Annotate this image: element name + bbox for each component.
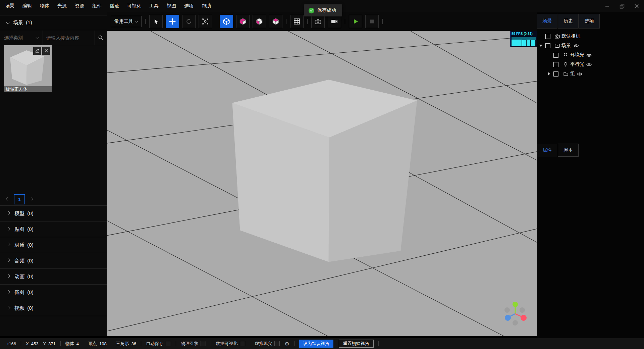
section-materials[interactable]: 材质 (0) (0, 237, 107, 253)
eye-icon[interactable] (577, 72, 582, 76)
view-cube-left-button[interactable] (253, 15, 266, 28)
eye-icon[interactable] (586, 53, 592, 57)
next-page-button[interactable] (28, 199, 35, 200)
cube-pink-top-left-icon (239, 17, 247, 26)
group-checkbox[interactable] (553, 71, 558, 77)
view-cube-wireframe-button[interactable] (220, 15, 233, 28)
menu-light[interactable]: 光源 (53, 0, 71, 12)
vertex-count: 顶点108 (88, 341, 107, 347)
autosave-checkbox[interactable] (166, 341, 171, 346)
dataviz-label: 数据可视化 (216, 341, 237, 347)
toolbar-divider (286, 19, 286, 24)
cube-object[interactable] (232, 80, 417, 262)
scene-thumbnail-card[interactable]: 旋转正方体 (4, 45, 52, 92)
fps-text: 59 FPS (0-61) (511, 31, 537, 36)
section-textures[interactable]: 贴图 (0) (0, 221, 107, 237)
eye-icon[interactable] (574, 44, 579, 48)
stop-button[interactable] (365, 15, 379, 28)
section-screenshots[interactable]: 截图 (0) (0, 285, 107, 300)
section-audio[interactable]: 音频 (0) (0, 253, 107, 269)
tree-row-ambient-light[interactable]: 环境光 (537, 50, 644, 60)
scene-section-header[interactable]: 场景 (1) (0, 15, 107, 30)
search-input[interactable] (43, 35, 95, 41)
grid-toggle-button[interactable] (290, 15, 304, 28)
ambient-light-checkbox[interactable] (553, 53, 558, 58)
tree-label: 环境光 (570, 52, 584, 58)
tree-label: 平行光 (570, 61, 584, 67)
rename-scene-button[interactable] (33, 47, 41, 55)
screenshot-button[interactable] (311, 15, 325, 28)
menu-tools[interactable]: 工具 (145, 0, 163, 12)
view-cube-top-left-button[interactable] (236, 15, 250, 28)
eye-icon[interactable] (586, 63, 592, 66)
rotate-tool-button[interactable] (182, 15, 196, 28)
menu-component[interactable]: 组件 (88, 0, 106, 12)
tab-properties[interactable]: 属性 (537, 144, 557, 157)
record-video-button[interactable] (328, 15, 341, 28)
menu-object[interactable]: 物体 (36, 0, 53, 12)
light-bulb-icon (564, 53, 568, 58)
viewport[interactable]: 59 FPS (0-61) (107, 31, 537, 336)
search-icon (98, 35, 104, 41)
search-button[interactable] (95, 31, 107, 45)
physics-checkbox[interactable] (201, 341, 206, 346)
viewport-canvas[interactable] (107, 31, 537, 336)
asset-panel: 场景 (1) 选择类别 (0, 12, 107, 336)
gear-icon[interactable]: ⚙ (284, 341, 289, 347)
minimize-button[interactable] (600, 0, 614, 12)
tab-script[interactable]: 脚本 (558, 144, 579, 157)
gizmo-x-axis[interactable] (505, 315, 511, 321)
directional-light-checkbox[interactable] (553, 62, 558, 67)
section-animations[interactable]: 动画 (0) (0, 269, 107, 285)
menu-scene[interactable]: 场景 (1, 0, 18, 12)
move-tool-button[interactable] (166, 15, 179, 28)
menu-edit[interactable]: 编辑 (18, 0, 36, 12)
cube-pink-top-icon (272, 17, 280, 26)
select-tool-button[interactable] (149, 15, 163, 28)
tree-row-camera[interactable]: 默认相机 (537, 32, 644, 41)
tab-options[interactable]: 选项 (579, 14, 600, 29)
chevron-right-icon (7, 227, 10, 231)
tree-label: 场景 (561, 43, 571, 49)
pagination: 1 (0, 194, 107, 205)
menu-play[interactable]: 播放 (106, 0, 123, 12)
menu-options[interactable]: 选项 (180, 0, 198, 12)
page-number[interactable]: 1 (14, 194, 25, 204)
tree-row-directional-light[interactable]: 平行光 (537, 60, 644, 69)
delete-scene-button[interactable] (42, 47, 50, 55)
section-models[interactable]: 模型 (0) (0, 206, 107, 221)
tree-row-group[interactable]: 组 (537, 69, 644, 79)
scene-checkbox[interactable] (545, 43, 550, 48)
dataviz-checkbox[interactable] (240, 341, 245, 346)
tree-row-scene[interactable]: 场景 (537, 41, 644, 50)
view-cube-top-button[interactable] (269, 15, 282, 28)
expander-down-icon[interactable] (539, 45, 542, 47)
category-select[interactable]: 选择类别 (0, 31, 43, 45)
video-camera-icon (330, 17, 338, 26)
set-default-view-button[interactable]: 设为默认视角 (299, 340, 333, 348)
physics-toggle-group: 物理引擎 (181, 341, 206, 347)
tool-preset-dropdown[interactable]: 常用工具 (111, 16, 142, 27)
statusbar-divider (21, 341, 21, 346)
close-icon (634, 4, 639, 8)
tree-label: 组 (570, 71, 575, 77)
prev-page-button[interactable] (4, 199, 11, 200)
tab-history[interactable]: 历史 (558, 14, 579, 29)
menu-help[interactable]: 帮助 (198, 0, 215, 12)
scale-tool-button[interactable] (199, 15, 212, 28)
tab-scene[interactable]: 场景 (537, 14, 557, 29)
camera-checkbox[interactable] (545, 34, 550, 39)
reset-view-button[interactable]: 重置初始视角 (339, 340, 374, 348)
expander-right-icon[interactable] (548, 72, 550, 76)
play-button[interactable] (349, 15, 362, 28)
menu-view[interactable]: 视图 (163, 0, 180, 12)
gizmo-y-axis[interactable] (513, 302, 518, 307)
restore-button[interactable] (614, 0, 629, 12)
gizmo-z-axis[interactable] (521, 315, 527, 321)
section-label: 音频 (0) (14, 258, 34, 264)
section-videos[interactable]: 视频 (0) (0, 300, 107, 316)
vr-checkbox[interactable] (274, 341, 280, 346)
menu-visualization[interactable]: 可视化 (123, 0, 145, 12)
menu-resource[interactable]: 资源 (71, 0, 88, 12)
close-button[interactable] (629, 0, 644, 12)
